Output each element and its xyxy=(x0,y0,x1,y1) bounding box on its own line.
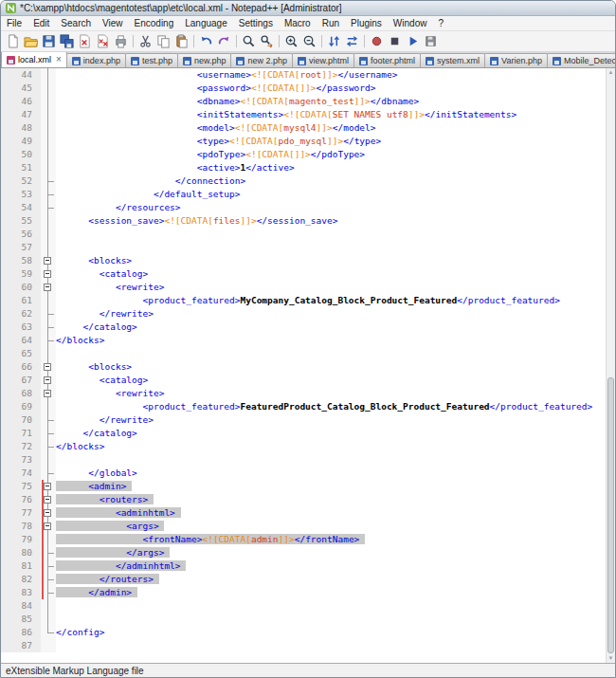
fold-toggle[interactable] xyxy=(44,483,51,490)
print-button[interactable] xyxy=(112,32,130,50)
menu-item-macro[interactable]: Macro xyxy=(279,17,317,29)
code-line: 50 <pdoType><![CDATA[]]></pdoType> xyxy=(1,148,607,161)
code-text: <frontName><![CDATA[admin]]></frontName> xyxy=(56,533,607,546)
close-all-button[interactable] xyxy=(94,32,112,50)
paste-button[interactable] xyxy=(172,32,190,50)
find-icon xyxy=(242,34,256,48)
fold-toggle[interactable] xyxy=(44,284,51,291)
menu-item-language[interactable]: Language xyxy=(179,17,233,29)
sync-vertical-button[interactable] xyxy=(325,32,343,50)
menu-item-encoding[interactable]: Encoding xyxy=(129,17,180,29)
fold-guide-line xyxy=(47,108,48,121)
menu-item-plugins[interactable]: Plugins xyxy=(345,17,388,29)
scroll-down-icon[interactable] xyxy=(607,654,615,663)
close-icon[interactable] xyxy=(56,55,62,64)
code-line: 61 <product_featured>MyCompany_Catalog_B… xyxy=(1,294,607,307)
menu-item-settings[interactable]: Settings xyxy=(233,17,279,29)
tab-index.php[interactable]: index.php xyxy=(66,53,126,67)
scroll-up-icon[interactable] xyxy=(607,68,615,77)
selection-highlight: <admin> xyxy=(56,481,132,491)
code-line: 69 <product_featured>FeaturedProduct_Cat… xyxy=(1,400,607,413)
code-line: 77 <adminhtml> xyxy=(1,506,607,520)
tab-new.php[interactable]: new.php xyxy=(177,53,232,67)
zoom-in-button[interactable] xyxy=(282,32,300,50)
fold-margin-cell xyxy=(41,201,56,214)
menu-item-view[interactable]: View xyxy=(97,17,129,29)
fold-margin-cell xyxy=(41,400,56,413)
menu-item-edit[interactable]: Edit xyxy=(27,17,55,29)
fold-guide-end xyxy=(47,327,54,328)
fold-toggle[interactable] xyxy=(44,509,51,517)
fold-guide-line xyxy=(47,599,48,613)
find-button[interactable] xyxy=(240,32,258,50)
vertical-scrollbar[interactable] xyxy=(606,68,615,663)
fold-margin-cell xyxy=(41,334,56,347)
replace-button[interactable] xyxy=(258,32,276,50)
fold-toggle[interactable] xyxy=(44,522,51,530)
tab-Mobile_Detect.php[interactable]: Mobile_Detect.php xyxy=(547,53,615,67)
fold-guide-line xyxy=(47,161,48,174)
scrollbar-thumb[interactable] xyxy=(607,377,614,653)
redo-button[interactable] xyxy=(215,32,233,50)
open-file-button[interactable] xyxy=(22,32,40,50)
line-number: 76 xyxy=(1,493,41,506)
code-text xyxy=(56,228,607,241)
new-file-button[interactable] xyxy=(4,32,22,50)
copy-icon xyxy=(156,34,171,48)
sync-horizontal-button[interactable] xyxy=(343,32,361,50)
fold-guide-end xyxy=(47,433,54,434)
fold-toggle[interactable] xyxy=(44,363,51,371)
save-file-button[interactable] xyxy=(40,32,58,50)
tab-footer.phtml[interactable]: footer.phtml xyxy=(353,53,421,67)
tab-new_2.php[interactable]: new 2.php xyxy=(230,53,293,67)
toolbar-separator xyxy=(133,35,134,47)
editor[interactable]: 44 <username><![CDATA[root]]></username>… xyxy=(1,68,615,663)
cut-button[interactable] xyxy=(136,32,154,50)
line-number: 68 xyxy=(1,387,41,400)
new-file-icon xyxy=(6,34,20,48)
save-all-button[interactable] xyxy=(58,32,76,50)
code-text: <admin> xyxy=(56,480,607,493)
fold-toggle[interactable] xyxy=(44,376,51,384)
line-number: 44 xyxy=(1,68,41,82)
tab-Varien.php[interactable]: Varien.php xyxy=(484,53,548,67)
line-number: 71 xyxy=(1,427,41,440)
fold-guide-line xyxy=(47,613,48,626)
fold-toggle[interactable] xyxy=(44,496,51,504)
tab-system.xml[interactable]: system.xml xyxy=(420,53,485,67)
macro-stop-button[interactable] xyxy=(386,32,404,50)
line-number: 49 xyxy=(1,135,41,148)
menu-item-window[interactable]: Window xyxy=(388,17,433,29)
fold-guide-end xyxy=(47,314,54,315)
tab-view.phtml[interactable]: view.phtml xyxy=(292,53,354,67)
line-number: 67 xyxy=(1,374,41,387)
line-number: 48 xyxy=(1,121,41,135)
fold-toggle[interactable] xyxy=(44,390,51,397)
tab-test.php[interactable]: test.php xyxy=(125,53,178,67)
fold-margin-cell xyxy=(41,520,56,533)
line-number: 46 xyxy=(1,95,41,108)
code-text: <catalog> xyxy=(56,374,607,387)
menu-item-run[interactable]: Run xyxy=(317,17,345,29)
fold-margin-cell xyxy=(41,360,56,374)
line-number: 84 xyxy=(1,599,41,613)
menu-bar: FileEditSearchViewEncodingLanguageSettin… xyxy=(1,16,615,31)
line-number: 64 xyxy=(1,334,41,347)
macro-save-button[interactable] xyxy=(422,32,440,50)
menu-item-file[interactable]: File xyxy=(1,17,27,29)
macro-record-button[interactable] xyxy=(368,32,386,50)
copy-button[interactable] xyxy=(154,32,172,50)
fold-toggle[interactable] xyxy=(44,270,51,278)
line-number: 85 xyxy=(1,613,41,626)
menu-item-search[interactable]: Search xyxy=(55,17,97,29)
undo-button[interactable] xyxy=(197,32,215,50)
line-number: 70 xyxy=(1,413,41,427)
macro-play-button[interactable] xyxy=(404,32,422,50)
title-bar[interactable]: *C:\xampp\htdocs\magentotest\app\etc\loc… xyxy=(1,1,615,16)
menu-item-help[interactable]: ? xyxy=(432,17,449,29)
zoom-out-button[interactable] xyxy=(300,32,318,50)
fold-toggle[interactable] xyxy=(44,257,51,265)
close-file-button[interactable] xyxy=(76,32,94,50)
selection-highlight: <args> xyxy=(56,521,164,531)
tab-local.xml[interactable]: local.xml xyxy=(1,52,67,67)
